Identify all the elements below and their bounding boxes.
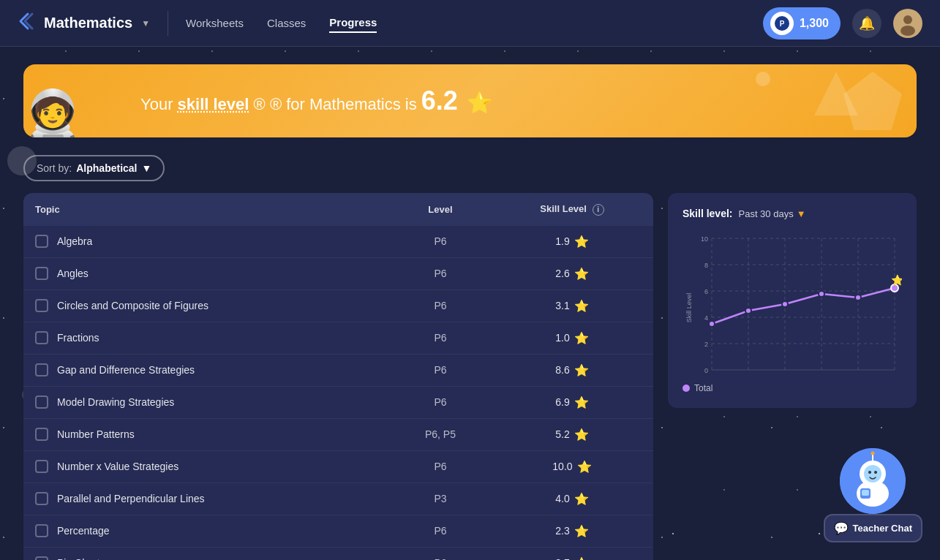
row-checkbox-2[interactable] (35, 299, 48, 312)
skill-cell-7: 10.0 ⭐ (491, 450, 653, 483)
row-checkbox-9[interactable] (35, 524, 48, 537)
user-avatar[interactable] (893, 9, 922, 38)
skill-cell-10: 8.7 ⭐ (491, 547, 653, 560)
table-row: Algebra P6 1.9 ⭐ (23, 226, 653, 258)
skill-cell-0: 1.9 ⭐ (491, 226, 653, 258)
teacher-chat-bubble: 💬 Teacher Chat (824, 514, 922, 542)
star-icon-5: ⭐ (574, 396, 589, 409)
topic-cell-5: Model Drawing Strategies (23, 386, 390, 418)
table-row: Percentage P6 2.3 ⭐ (23, 515, 653, 547)
star-icon-0: ⭐ (574, 235, 589, 249)
chart-header: Skill level: Past 30 days ▼ (683, 208, 902, 219)
notification-bell[interactable]: 🔔 (852, 9, 881, 38)
topic-cell-2: Circles and Composite of Figures (23, 290, 390, 322)
topic-name-2: Circles and Composite of Figures (57, 300, 208, 311)
topic-name-1: Angles (57, 268, 89, 279)
skill-chart-panel: Skill level: Past 30 days ▼ (668, 193, 917, 408)
topic-cell-7: Number x Value Strategies (23, 450, 390, 483)
svg-point-33 (819, 291, 824, 297)
topic-name-5: Model Drawing Strategies (57, 396, 174, 408)
svg-text:10 Feb: 10 Feb (813, 376, 831, 377)
topic-name-10: Pie Charts (57, 557, 105, 560)
nav-classes[interactable]: Classes (267, 14, 306, 32)
banner-registered: ® (254, 95, 266, 113)
banner-level-value: 6.2 (421, 86, 458, 116)
svg-text:4 Feb: 4 Feb (778, 376, 793, 377)
skill-value-8: 4.0 (555, 493, 569, 504)
table-header-row: Topic Level Skill Level i (23, 193, 653, 226)
main-layout: Topic Level Skill Level i (23, 193, 917, 560)
level-cell-5: P6 (390, 386, 491, 418)
star-icon-1: ⭐ (574, 267, 589, 281)
svg-point-46 (871, 452, 875, 455)
brand-dropdown-icon[interactable]: ▼ (141, 18, 150, 29)
topic-name-8: Parallel and Perpendicular Lines (57, 493, 205, 504)
row-checkbox-0[interactable] (35, 235, 48, 248)
svg-text:8: 8 (704, 262, 708, 269)
navbar: Mathematics ▼ Worksheets Classes Progres… (0, 0, 940, 47)
skill-banner: 🧑‍🚀 Your skill level ® ® for Mathematics… (23, 64, 917, 137)
row-checkbox-8[interactable] (35, 492, 48, 505)
star-icon-3: ⭐ (574, 331, 589, 345)
skill-value-9: 2.3 (555, 525, 569, 537)
col-header-topic: Topic (23, 193, 390, 226)
topic-cell-6: Number Patterns (23, 418, 390, 450)
svg-text:P: P (780, 20, 785, 28)
skill-value-1: 2.6 (555, 268, 569, 279)
sort-button[interactable]: Sort by: Alphabetical ▼ (23, 155, 165, 181)
svg-text:Skill Level: Skill Level (685, 293, 693, 323)
skill-cell-3: 1.0 ⭐ (491, 322, 653, 354)
row-checkbox-4[interactable] (35, 363, 48, 377)
skill-level-info-icon[interactable]: i (593, 204, 604, 216)
row-checkbox-6[interactable] (35, 428, 48, 441)
svg-point-4 (900, 26, 915, 36)
table-row: Fractions P6 1.0 ⭐ (23, 322, 653, 354)
topics-table-container[interactable]: Topic Level Skill Level i (23, 193, 653, 560)
banner-deco-circle (756, 72, 770, 86)
nav-progress[interactable]: Progress (329, 13, 377, 33)
star-icon-8: ⭐ (574, 492, 589, 506)
skill-cell-2: 3.1 ⭐ (491, 290, 653, 322)
row-checkbox-5[interactable] (35, 396, 48, 409)
topic-name-7: Number x Value Strategies (57, 461, 178, 472)
col-header-level: Level (390, 193, 491, 226)
chart-period-button[interactable]: Past 30 days ▼ (738, 208, 805, 219)
skill-value-5: 6.9 (555, 396, 569, 408)
chat-bubble-icon: 💬 (834, 521, 849, 535)
svg-point-32 (782, 301, 788, 307)
svg-text:0: 0 (704, 367, 708, 374)
main-content: 🧑‍🚀 Your skill level ® ® for Mathematics… (0, 47, 940, 560)
col-header-skill: Skill Level i (491, 193, 653, 226)
star-icon-2: ⭐ (574, 299, 589, 313)
svg-point-41 (868, 471, 871, 474)
star-icon-7: ⭐ (577, 460, 592, 474)
legend-dot (683, 385, 690, 392)
sort-value: Alphabetical (76, 162, 137, 174)
nav-worksheets[interactable]: Worksheets (186, 14, 244, 32)
row-checkbox-3[interactable] (35, 331, 48, 344)
topic-cell-8: Parallel and Perpendicular Lines (23, 483, 390, 515)
row-checkbox-1[interactable] (35, 267, 48, 280)
table-row: Angles P6 2.6 ⭐ (23, 257, 653, 290)
table-row: Pie Charts P6 8.7 ⭐ (23, 547, 653, 560)
skill-value-7: 10.0 (552, 461, 572, 472)
level-cell-8: P3 (390, 483, 491, 515)
level-cell-2: P6 (390, 290, 491, 322)
points-icon: P (770, 12, 794, 35)
topic-cell-10: Pie Charts (23, 547, 390, 560)
row-checkbox-7[interactable] (35, 460, 48, 473)
level-cell-1: P6 (390, 257, 491, 290)
topic-cell-4: Gap and Difference Strategies (23, 354, 390, 386)
level-cell-10: P6 (390, 547, 491, 560)
skill-cell-5: 6.9 ⭐ (491, 386, 653, 418)
skill-cell-1: 2.6 ⭐ (491, 257, 653, 290)
svg-text:⭐: ⭐ (891, 274, 902, 287)
row-checkbox-10[interactable] (35, 556, 48, 560)
sort-dropdown-icon: ▼ (142, 162, 152, 174)
teacher-chat-widget[interactable]: 💬 Teacher Chat (824, 454, 922, 542)
banner-text: Your skill level ® ® for Mathematics is … (140, 86, 492, 116)
svg-point-3 (903, 15, 912, 24)
svg-text:23 Jan: 23 Jan (703, 376, 721, 377)
table-row: Number x Value Strategies P6 10.0 ⭐ (23, 450, 653, 483)
banner-text-middle: ® for Mathematics is (270, 95, 421, 113)
